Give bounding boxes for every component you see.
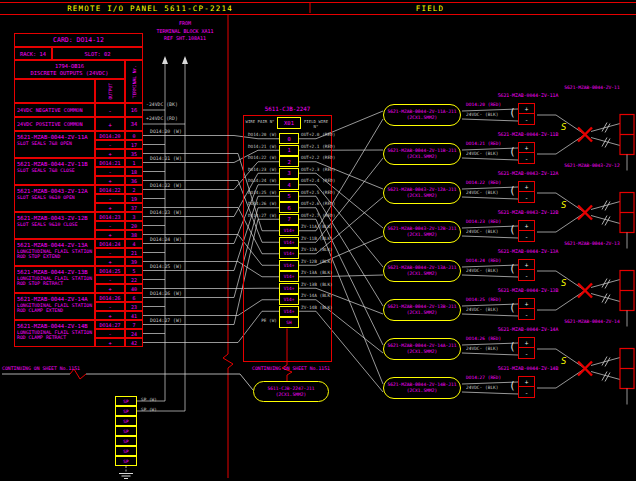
io-service: SLOT SEALS 9&10 CLOSE [17, 222, 94, 227]
io-minus-cell: - [95, 302, 125, 311]
valve-s-mark: S [561, 356, 566, 366]
jb-terminal-box: 1 [279, 145, 299, 156]
field-wire-red-label: DO14:24 (RED) [466, 258, 501, 263]
cable-gland-icon: ( [509, 145, 516, 158]
io-pos-terminal-cell: 40 [125, 284, 143, 293]
common-sign-cell: - [95, 103, 125, 117]
io-service: LONGITUDINAL FLAIL STATION ROD STOP RETR… [17, 276, 94, 287]
io-pos-terminal-cell: 39 [125, 257, 143, 266]
io-terminal-cell: 7 [125, 320, 143, 329]
io-plus-cell: + [95, 149, 125, 158]
valve-tag: 5621-MZAB-0044-ZV-11 [548, 85, 636, 90]
card-type-line2: DISCRETE OUTPUTS (24VDC) [31, 70, 109, 77]
valve-tag: 5621-MZAB-0044-ZV-13 [548, 241, 636, 246]
spare-terminal-box: SP [115, 426, 137, 436]
common-desc-cell: 24VDC NEGATIVE COMMON [14, 103, 95, 117]
io-service: SLOT SEALS 7&8 CLOSE [17, 168, 94, 173]
io-desc-cell: 5621-MZAB-0044-ZV-14B LONGITUDINAL FLAIL… [14, 320, 95, 347]
solenoid-terminal-box: + - [518, 181, 535, 203]
jb-terminal-box: 5 [279, 191, 299, 202]
cable-oval: 5621-MZAB-0044-ZV-13A-J11 (2CX1.5MM2) [383, 260, 461, 282]
field-wire-red-label: DO14:27 (RED) [466, 375, 501, 380]
io-pos-terminal-cell: 35 [125, 149, 143, 158]
io-minus-cell: - [95, 221, 125, 230]
jb-right-wire-label: OUT+2.3 (RED) [301, 167, 335, 172]
card-type-cell: 1794-OB16 DISCRETE OUTPUTS (24VDC) [14, 60, 125, 79]
cable-size: (2CX1.5MM2) [407, 388, 437, 394]
io-plus-cell: + [95, 176, 125, 185]
io-neg-terminal-cell: 24 [125, 329, 143, 338]
common-sign-cell: + [95, 117, 125, 131]
solenoid-minus-terminal: - [519, 114, 534, 124]
io-tag: 5621-MZAB-0044-ZV-14A [17, 295, 88, 303]
io-pos-terminal-cell: 41 [125, 311, 143, 320]
solenoid-plus-terminal: + [519, 182, 534, 192]
card-type-line1: 1794-OB16 [55, 63, 84, 70]
wire [462, 392, 518, 394]
io-desc-cell: 5621-MZAB-0044-ZV-11A SLOT SEALS 7&8 OPE… [14, 131, 95, 158]
cable-oval: 5621-MZAB-0043-ZV-12A-J11 (2CX1.5MM2) [383, 182, 461, 204]
jb-cable-size: (2CX1.5MM2) [276, 392, 306, 398]
cable-oval: 5621-MZAB-0043-ZV-12B-J11 (2CX1.5MM2) [383, 221, 461, 243]
field-wire-red-label: DO14:20 (RED) [466, 102, 501, 107]
jb-vplus-wire-label: ZV-11B (BLK) [301, 236, 335, 241]
wire [462, 119, 518, 121]
solenoid-minus-terminal: - [519, 231, 534, 241]
jb-terminal-box: 4 [279, 179, 299, 190]
jb-right-wire-label: OUT+2.7 (RED) [301, 213, 335, 218]
solenoid-tag: 5621-MZAB-0044-ZV-14B [478, 366, 578, 371]
cable-size: (2CX1.5MM2) [407, 271, 437, 277]
solenoid-plus-terminal: + [519, 377, 534, 387]
field-wire-red-label: DO14:22 (RED) [466, 180, 501, 185]
io-address-cell: DO14:25 [95, 266, 125, 275]
io-pos-terminal-cell: 42 [125, 338, 143, 347]
jb-vplus-box: V14+ [279, 237, 299, 248]
solenoid-minus-terminal: - [519, 387, 534, 397]
wire [591, 138, 620, 146]
io-service: SLOT SEALS 7&8 OPEN [17, 141, 94, 146]
wire [462, 158, 518, 160]
jb-right-wire-label: OUT+2.0 (RED) [301, 132, 335, 137]
cable-oval: 5621-MZAB-0044-ZV-11B-J11 (2CX1.5MM2) [383, 143, 461, 165]
io-tag: 5621-MZAB-0044-ZV-13B [17, 268, 88, 276]
jb-shield-box: SH [279, 317, 299, 328]
wire [591, 294, 620, 302]
field-wire-blk-label: 24VDC- (BLK) [466, 268, 499, 273]
valve-s-mark: S [561, 122, 566, 132]
spare-terminal-box: SP [115, 456, 137, 466]
jb-vplus-wire-label: ZV-11A (BLK) [301, 224, 335, 229]
common-terminal-cell: 34 [125, 117, 143, 131]
blank-header-cell [14, 79, 95, 103]
field-wire-blk-label: 24VDC- (BLK) [466, 385, 499, 390]
cable-gland-icon: ( [509, 262, 516, 275]
wire [537, 369, 585, 389]
jb-left-wire-label: DO14:22 (W) [247, 155, 277, 160]
wire [537, 213, 585, 233]
common-wire-label: -24VDC (BK) [146, 102, 178, 107]
jb-right-wire-label: OUT+2.2 (RED) [301, 155, 335, 160]
solenoid-terminal-box: + - [518, 142, 535, 164]
jb-vplus-box: V14+ [279, 294, 299, 305]
io-service: LONGITUDINAL FLAIL STATION ROD CLAMP RET… [17, 330, 94, 341]
spare-terminal-box: SP [115, 406, 137, 416]
cable-size: (2CX1.5MM2) [407, 193, 437, 199]
panel-wire-label: DO14:24 (W) [150, 237, 182, 242]
jb-left-wire-label: DO14:20 (W) [247, 132, 277, 137]
solenoid-terminal-box: + - [518, 103, 535, 125]
solenoid-tag: 5621-MZAB-0044-ZV-11B [478, 132, 578, 137]
io-tag: 5621-MZAB-0043-ZV-12A [17, 187, 88, 195]
panel-wire-label: DO14:23 (W) [150, 210, 182, 215]
jb-left-wire-label: DO14:24 (W) [247, 178, 277, 183]
solenoid-minus-terminal: - [519, 192, 534, 202]
solenoid-minus-terminal: - [519, 348, 534, 358]
cable-oval: 5621-MZAB-0044-ZV-11A-J11 (2CX1.5MM2) [383, 104, 461, 126]
io-minus-cell: - [95, 275, 125, 284]
spare-terminal-box: SP [115, 446, 137, 456]
io-neg-terminal-cell: 19 [125, 194, 143, 203]
cable-size: (2CX1.5MM2) [407, 310, 437, 316]
solenoid-tag: 5621-MZAB-0043-ZV-12B [478, 210, 578, 215]
jb-vplus-wire-label: ZV-12A (BLK) [301, 247, 335, 252]
cable-oval: 5621-MZAB-0044-ZV-13B-J11 (2CX1.5MM2) [383, 299, 461, 321]
io-terminal-cell: 0 [125, 131, 143, 140]
spare-terminal-box: SP [115, 416, 137, 426]
